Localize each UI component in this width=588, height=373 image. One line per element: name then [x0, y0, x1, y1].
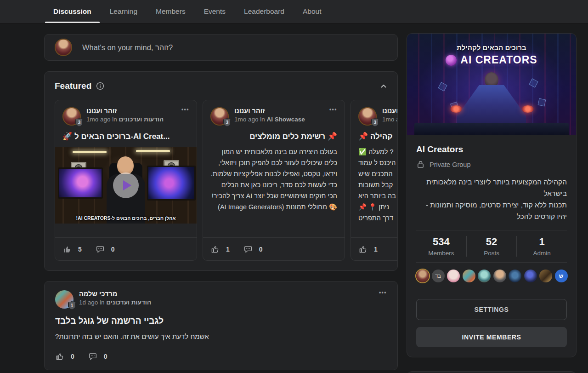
author-avatar[interactable]: 1	[55, 290, 74, 309]
current-user-avatar[interactable]	[55, 39, 72, 56]
member-avatar[interactable]	[524, 270, 537, 282]
cover-figure	[457, 85, 526, 125]
video-thumbnail[interactable]: אהלן חברים, ברוכים הבאים ל-AI CREATORS!	[55, 147, 197, 224]
member-avatar[interactable]: בד	[432, 270, 445, 282]
post-meta: 1mo ago in	[382, 116, 398, 123]
member-avatar[interactable]	[478, 270, 491, 282]
tab-learning[interactable]: Learning	[109, 0, 138, 23]
featured-card-welcome[interactable]: 3 זוהר וענונו 1mo ago in הודעות ועדכונים…	[55, 100, 197, 261]
post-time: 1mo ago in	[234, 116, 265, 123]
video-caption: אהלן חברים, ברוכים הבאים ל-AI CREATORS!	[55, 215, 197, 221]
author-name[interactable]: זוהר וענונו	[86, 107, 164, 115]
author-name[interactable]: זוהר וענונו	[234, 107, 305, 115]
admins-label: Admin	[517, 250, 567, 257]
like-count: 1	[226, 246, 230, 253]
post-channel[interactable]: AI Showcase	[267, 116, 305, 123]
featured-header: Featured	[45, 81, 397, 91]
cover-group-title: AI CREATORS	[460, 54, 537, 66]
body-line: בה ביותר היא	[358, 190, 398, 201]
settings-button[interactable]: SETTINGS	[416, 299, 567, 320]
member-avatar[interactable]	[463, 270, 475, 282]
post-time: 1mo ago in	[382, 116, 398, 123]
tab-members[interactable]: Members	[155, 0, 187, 23]
invite-members-button[interactable]: INVITE MEMBERS	[416, 327, 567, 347]
tab-events[interactable]: Events	[203, 0, 226, 23]
kebab-menu-icon[interactable]	[329, 107, 337, 112]
post-meta: 1mo ago in AI Showcase	[234, 116, 305, 123]
featured-card-community[interactable]: 3 זוהר וענונו 1mo ago in 📌 קהילה ✅ למעלה…	[351, 100, 398, 261]
post-body[interactable]: ✅ למעלה ? היכנס ל עמוד התכנים שיש קבל תש…	[358, 146, 398, 224]
body-line: התכנים שיש	[358, 168, 398, 179]
kebab-menu-icon[interactable]	[379, 290, 387, 295]
post-footer: 0 0	[55, 343, 387, 370]
sidebar: ברוכים הבאים לקהילת AI CREATORS AI Creat…	[407, 23, 577, 373]
comment-button[interactable]	[88, 352, 97, 361]
comment-count: 0	[111, 246, 115, 253]
post-channel[interactable]: הודעות ועדכונים	[119, 116, 164, 123]
info-icon[interactable]	[96, 82, 104, 90]
chevron-up-icon[interactable]	[380, 82, 387, 90]
admins-count: 1	[517, 236, 567, 248]
post-title[interactable]: 📌 רשימת כלים מומלצים	[210, 132, 337, 141]
tab-leaderboard[interactable]: Leaderboard	[243, 0, 285, 23]
author-avatar[interactable]: 3	[210, 107, 229, 126]
play-icon[interactable]	[113, 172, 139, 198]
member-avatar[interactable]	[509, 270, 521, 282]
group-page: Discussion Learning Members Events Leade…	[0, 0, 588, 373]
top-nav: Discussion Learning Members Events Leade…	[0, 0, 588, 23]
post-title[interactable]: 📌 קהילה	[358, 132, 398, 141]
cover-welcome-text: ברוכים הבאים לקהילת	[407, 44, 576, 52]
author-name[interactable]: מרדכי שלמה	[79, 290, 151, 298]
group-name: AI Creators	[416, 144, 567, 155]
post-footer: 5 0	[55, 237, 197, 260]
member-avatar[interactable]: ש	[555, 270, 568, 282]
tab-discussion[interactable]: Discussion	[52, 0, 92, 23]
post-title[interactable]: לגביי הרשמה של גוגל בלבד	[55, 316, 387, 326]
member-avatars: בד ש	[416, 270, 567, 282]
feed-post[interactable]: 1 מרדכי שלמה 1d ago in הודעות ועדכונים ל…	[44, 281, 398, 370]
member-avatar[interactable]	[416, 270, 429, 282]
post-title[interactable]: 🚀 ברוכים הבאים ל-AI Creat...	[62, 132, 189, 141]
composer-prompt[interactable]: What's on your mind, זוהר?	[82, 43, 173, 52]
studio-light	[136, 150, 170, 152]
like-count: 0	[71, 353, 74, 360]
post-composer[interactable]: What's on your mind, זוהר?	[44, 34, 398, 61]
members-count: 534	[416, 236, 466, 248]
stat-admins: 1 Admin	[516, 236, 567, 257]
like-button[interactable]	[358, 245, 368, 254]
post-channel[interactable]: הודעות ועדכונים	[106, 299, 151, 306]
group-cover-image: ברוכים הבאים לקהילת AI CREATORS	[407, 34, 576, 135]
featured-card-tools[interactable]: 3 זוהר וענונו 1mo ago in AI Showcase 📌 ר…	[203, 100, 345, 261]
member-avatar[interactable]	[447, 270, 460, 282]
level-badge: 3	[223, 118, 231, 127]
like-button[interactable]	[210, 245, 220, 254]
comment-button[interactable]	[96, 245, 105, 254]
author-avatar[interactable]: 3	[62, 107, 81, 126]
members-label: Members	[416, 250, 466, 257]
post-time: 1mo ago in	[86, 116, 117, 123]
posts-label: Posts	[467, 250, 517, 257]
like-count: 1	[374, 246, 378, 253]
featured-section: Featured 3	[44, 71, 398, 271]
author-avatar[interactable]: 3	[358, 107, 377, 126]
like-button[interactable]	[62, 245, 72, 254]
kebab-menu-icon[interactable]	[181, 107, 189, 112]
post-body[interactable]: בעולם היצירה עם בינה מלאכותית יש המון כל…	[210, 146, 337, 212]
member-avatar[interactable]	[539, 270, 552, 282]
post-time: 1d ago in	[79, 299, 105, 306]
post-body[interactable]: אשמח לדעת איך עושים את זה. והאם יש בזה י…	[55, 333, 387, 340]
author-name[interactable]: זוהר וענונו	[382, 107, 398, 115]
like-count: 5	[78, 246, 82, 253]
tab-about[interactable]: About	[302, 0, 322, 23]
body-line: דרך התפריט	[358, 212, 398, 224]
group-description: הקהילה המקצועית ביותר ליוצרי בינה מלאכות…	[416, 176, 567, 222]
body-line: היכנס ל עמוד	[358, 157, 398, 168]
comment-button[interactable]	[243, 245, 253, 254]
floating-cube	[438, 82, 447, 91]
main-column: What's on your mind, זוהר? Featured	[44, 23, 398, 373]
like-button[interactable]	[55, 352, 64, 361]
lock-icon	[416, 160, 425, 169]
level-badge: 3	[75, 118, 83, 127]
description-line: הקהילה המקצועית ביותר ליוצרי בינה מלאכות…	[416, 176, 567, 199]
member-avatar[interactable]	[493, 270, 506, 282]
